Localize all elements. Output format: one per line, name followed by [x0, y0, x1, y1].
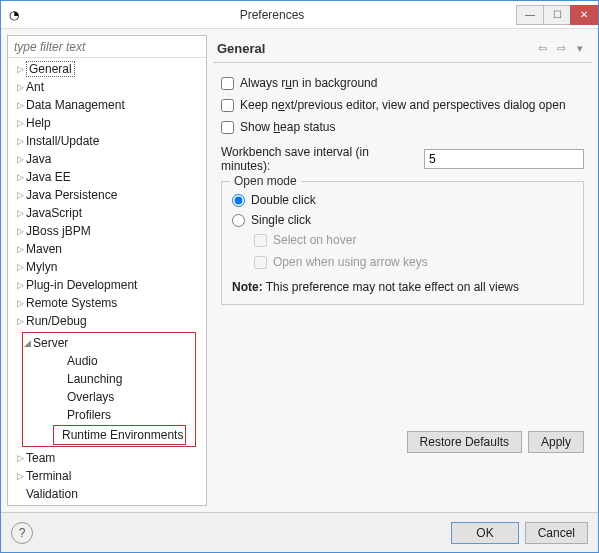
ok-button[interactable]: OK	[451, 522, 518, 544]
show-heap-checkbox[interactable]	[221, 121, 234, 134]
tree-item[interactable]: Runtime Environments	[48, 426, 183, 444]
footer: ? OK Cancel	[1, 512, 598, 552]
forward-icon[interactable]: ⇨	[553, 41, 569, 57]
app-icon: ◔	[1, 1, 27, 29]
tree-item[interactable]: Launching	[23, 370, 195, 388]
window-title: Preferences	[27, 8, 517, 22]
tree-item[interactable]: ▷Remote Systems	[8, 294, 206, 312]
runtime-env-highlight: Runtime Environments	[53, 425, 186, 445]
tree-item[interactable]: ▷Java Persistence	[8, 186, 206, 204]
preference-tree[interactable]: ▷General▷Ant▷Data Management▷Help▷Instal…	[8, 58, 206, 505]
server-highlight: ◢ServerAudioLaunchingOverlaysProfilersRu…	[22, 332, 196, 447]
tree-item[interactable]: ▷Help	[8, 114, 206, 132]
always-run-bg-checkbox[interactable]	[221, 77, 234, 90]
keep-next-prev-checkbox[interactable]	[221, 99, 234, 112]
tree-item[interactable]: ▷General	[8, 60, 206, 78]
tree-item[interactable]: Overlays	[23, 388, 195, 406]
tree-item[interactable]: Validation	[8, 485, 206, 503]
open-mode-group: Open mode Double click Single click Sele…	[221, 181, 584, 305]
select-hover-checkbox	[254, 234, 267, 247]
apply-button[interactable]: Apply	[528, 431, 584, 453]
tree-item[interactable]: ▷Web	[8, 503, 206, 505]
filter-input[interactable]	[8, 36, 206, 57]
save-interval-input[interactable]	[424, 149, 584, 169]
tree-item[interactable]: ▷Java	[8, 150, 206, 168]
content-header: General ⇦ ⇨ ▾	[213, 35, 592, 63]
tree-item[interactable]: ▷Mylyn	[8, 258, 206, 276]
open-mode-legend: Open mode	[230, 174, 301, 188]
tree-item[interactable]: ▷Terminal	[8, 467, 206, 485]
double-click-radio[interactable]	[232, 194, 245, 207]
keep-next-prev-label: Keep next/previous editor, view and pers…	[240, 98, 566, 112]
filter-box	[8, 36, 206, 58]
tree-item[interactable]: ▷Team	[8, 449, 206, 467]
tree-item[interactable]: Audio	[23, 352, 195, 370]
select-hover-label: Select on hover	[273, 233, 356, 247]
always-run-bg-label: Always run in background	[240, 76, 377, 90]
show-heap-label: Show heap status	[240, 120, 335, 134]
note: Note: This preference may not take effec…	[232, 280, 573, 294]
tree-item[interactable]: ▷Maven	[8, 240, 206, 258]
tree-item[interactable]: ▷Run/Debug	[8, 312, 206, 330]
minimize-button[interactable]: —	[516, 5, 544, 25]
tree-item[interactable]: ◢Server	[15, 334, 195, 352]
close-button[interactable]: ✕	[570, 5, 598, 25]
maximize-button[interactable]: ☐	[543, 5, 571, 25]
open-arrows-label: Open when using arrow keys	[273, 255, 428, 269]
general-panel: Always run in background Keep next/previ…	[213, 63, 592, 506]
tree-item[interactable]: ▷Ant	[8, 78, 206, 96]
restore-defaults-button[interactable]: Restore Defaults	[407, 431, 522, 453]
content: General ⇦ ⇨ ▾ Always run in background K…	[213, 35, 592, 506]
tree-item[interactable]: ▷JBoss jBPM	[8, 222, 206, 240]
single-click-radio[interactable]	[232, 214, 245, 227]
save-interval-label: Workbench save interval (in minutes):	[221, 145, 416, 173]
cancel-button[interactable]: Cancel	[525, 522, 588, 544]
open-arrows-checkbox	[254, 256, 267, 269]
tree-item[interactable]: ▷JavaScript	[8, 204, 206, 222]
tree-item[interactable]: ▷Plug-in Development	[8, 276, 206, 294]
double-click-label: Double click	[251, 193, 316, 207]
menu-icon[interactable]: ▾	[572, 41, 588, 57]
sidebar: ▷General▷Ant▷Data Management▷Help▷Instal…	[7, 35, 207, 506]
tree-item[interactable]: ▷Java EE	[8, 168, 206, 186]
tree-item[interactable]: Profilers	[23, 406, 195, 424]
page-title: General	[217, 41, 531, 56]
single-click-label: Single click	[251, 213, 311, 227]
tree-item[interactable]: ▷Data Management	[8, 96, 206, 114]
titlebar: ◔ Preferences — ☐ ✕	[1, 1, 598, 29]
tree-item[interactable]: ▷Install/Update	[8, 132, 206, 150]
back-icon[interactable]: ⇦	[534, 41, 550, 57]
help-icon[interactable]: ?	[11, 522, 33, 544]
